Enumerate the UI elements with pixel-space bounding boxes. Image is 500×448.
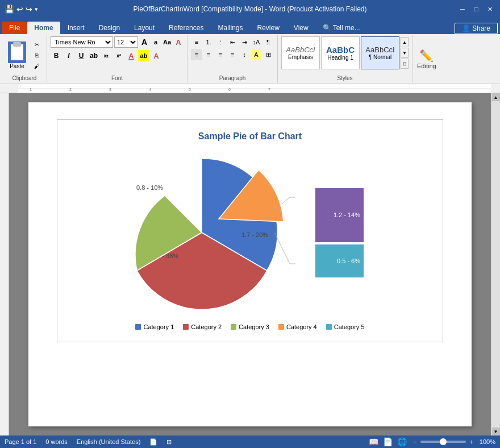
title-bar-left: 💾 ↩ ↪ ▾	[5, 5, 38, 14]
paste-button[interactable]: Paste	[6, 40, 28, 70]
tab-view[interactable]: View	[287, 22, 315, 34]
svg-text:5: 5	[189, 88, 191, 92]
tab-layout[interactable]: Layout	[127, 22, 161, 34]
minimize-button[interactable]: ─	[457, 3, 468, 15]
legend-dot-cat2	[183, 324, 189, 330]
cut-button[interactable]: ✂	[31, 39, 43, 49]
scroll-up-button[interactable]: ▲	[492, 93, 500, 101]
superscript-button[interactable]: x²	[113, 50, 124, 61]
copy-button[interactable]: ⎘	[31, 50, 43, 60]
right-scrollbar[interactable]: ▲ ▼	[491, 93, 500, 435]
status-bar-left: Page 1 of 1 0 words English (United Stat…	[5, 438, 172, 446]
style-normal[interactable]: AaBbCcI ¶ Normal	[361, 36, 399, 69]
print-layout-icon[interactable]: 📄	[383, 437, 393, 446]
decrease-indent-button[interactable]: ⇤	[227, 36, 238, 48]
style-heading1[interactable]: AaBbC Heading 1	[321, 36, 360, 69]
window-title: PieOfBarChartInWord [Compatibility Mode]…	[133, 5, 366, 13]
legend-label-cat3: Category 3	[239, 323, 269, 330]
ribbon-content: Paste ✂ ⎘ 🖌 Clipboard Times New Ro 12 A …	[0, 34, 500, 84]
font-color-button[interactable]: A	[151, 50, 162, 61]
bullets-button[interactable]: ≡	[191, 36, 202, 48]
ribbon-tabs: File Home Insert Design Layout Reference…	[0, 18, 500, 34]
zoom-slider[interactable]	[420, 441, 466, 443]
chart-container[interactable]: Sample Pie of Bar Chart 2.7 - 32% 3.2 - …	[57, 119, 443, 342]
styles-scroll-down[interactable]: ▼	[401, 48, 409, 58]
svg-text:3: 3	[109, 88, 111, 92]
status-bar: Page 1 of 1 0 words English (United Stat…	[0, 435, 500, 448]
svg-text:7: 7	[268, 88, 270, 92]
clipboard-group: Paste ✂ ⎘ 🖌 Clipboard	[2, 35, 47, 82]
close-button[interactable]: ✕	[484, 3, 495, 15]
font-shrink-button[interactable]: a	[151, 37, 161, 47]
bold-button[interactable]: B	[51, 50, 62, 61]
ruler-left-side	[9, 84, 18, 93]
word-count: 0 words	[45, 438, 68, 445]
show-marks-button[interactable]: ¶	[262, 36, 274, 48]
subscript-button[interactable]: x₂	[101, 50, 112, 61]
legend-item-cat2: Category 2	[183, 323, 222, 330]
tab-file[interactable]: File	[2, 22, 27, 34]
font-grow-button[interactable]: A	[139, 37, 149, 47]
justify-button[interactable]: ≡	[227, 49, 238, 60]
legend-label-cat4: Category 4	[286, 323, 317, 330]
redo-icon[interactable]: ↪	[26, 5, 32, 14]
zoom-bar: － ＋	[411, 437, 475, 447]
zoom-in-button[interactable]: ＋	[468, 437, 475, 447]
underline-button[interactable]: U	[76, 50, 87, 61]
tab-tell-me[interactable]: 🔍 Tell me...	[316, 22, 367, 34]
maximize-button[interactable]: □	[470, 3, 482, 15]
language: English (United States)	[77, 438, 141, 445]
customize-icon[interactable]: ▾	[35, 6, 38, 13]
zoom-thumb	[440, 438, 447, 445]
legend-dot-cat4	[278, 324, 284, 330]
font-case-button[interactable]: Aa	[162, 37, 172, 47]
svg-text:1: 1	[30, 88, 32, 92]
tab-insert[interactable]: Insert	[61, 22, 91, 34]
share-button[interactable]: 👤 Share	[455, 23, 498, 34]
sort-button[interactable]: ↕A	[251, 36, 262, 48]
pie-chart-svg[interactable]: 2.7 - 32% 3.2 - 38% 0.8 - 10% 1.7 - 20%	[122, 153, 304, 312]
chart-legend: Category 1 Category 2 Category 3 Categor…	[69, 323, 431, 330]
line-spacing-button[interactable]: ↕	[239, 49, 250, 60]
zoom-level: 100%	[480, 438, 495, 445]
layout-icon[interactable]: ⊞	[166, 438, 172, 446]
scroll-track[interactable]	[492, 101, 500, 428]
italic-button[interactable]: I	[63, 50, 74, 61]
bar-item-category4: 1.2 - 14%	[315, 188, 378, 242]
web-view-icon[interactable]: 🌐	[397, 437, 407, 446]
track-changes-icon[interactable]: 📄	[149, 438, 157, 446]
align-right-button[interactable]: ≡	[215, 49, 226, 60]
clear-formatting-button[interactable]: A	[173, 37, 184, 47]
document-area[interactable]: Sample Pie of Bar Chart 2.7 - 32% 3.2 - …	[9, 93, 491, 435]
align-left-button[interactable]: ≡	[191, 49, 202, 60]
borders-button[interactable]: ⊞	[262, 49, 274, 60]
styles-scroll-up[interactable]: ▲	[401, 37, 409, 47]
numbering-button[interactable]: 1.	[203, 36, 214, 48]
shading-button[interactable]: A	[251, 49, 262, 60]
strikethrough-button[interactable]: ab	[88, 50, 99, 61]
styles-expand[interactable]: ⊟	[401, 59, 409, 69]
bar-label-category5: 0.5 - 6%	[337, 258, 360, 264]
zoom-out-button[interactable]: －	[411, 437, 418, 447]
format-painter-button[interactable]: 🖌	[31, 61, 43, 71]
text-color-button[interactable]: A	[126, 50, 137, 61]
font-size-select[interactable]: 12	[114, 36, 138, 48]
style-emphasis[interactable]: AaBbCcI Emphasis	[281, 36, 320, 69]
tab-mailings[interactable]: Mailings	[211, 22, 249, 34]
highlight-button[interactable]: ab	[138, 50, 149, 61]
tab-home[interactable]: Home	[27, 22, 60, 34]
undo-icon[interactable]: ↩	[16, 5, 23, 14]
multilevel-button[interactable]: ⋮	[215, 36, 226, 48]
increase-indent-button[interactable]: ⇥	[239, 36, 250, 48]
align-center-button[interactable]: ≡	[203, 49, 214, 60]
tab-design[interactable]: Design	[92, 22, 127, 34]
scroll-down-button[interactable]: ▼	[492, 428, 500, 435]
svg-text:0.8 - 10%: 0.8 - 10%	[136, 184, 163, 191]
font-name-select[interactable]: Times New Ro	[51, 36, 113, 48]
tab-references[interactable]: References	[162, 22, 210, 34]
share-area: 👤 Share	[455, 23, 500, 34]
document-page[interactable]: Sample Pie of Bar Chart 2.7 - 32% 3.2 - …	[28, 102, 472, 426]
read-mode-icon[interactable]: 📖	[369, 437, 378, 446]
tab-review[interactable]: Review	[250, 22, 286, 34]
save-icon[interactable]: 💾	[5, 5, 14, 14]
